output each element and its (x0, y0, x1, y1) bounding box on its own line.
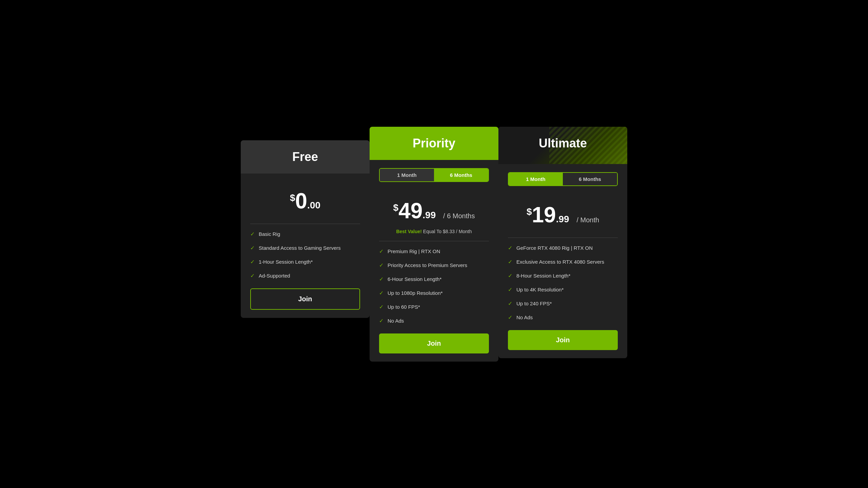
free-price-area: $0.00 (250, 182, 360, 217)
list-item: ✓ No Ads (508, 314, 618, 321)
check-icon: ✓ (379, 276, 383, 282)
ultimate-tab-1month[interactable]: 1 Month (509, 173, 563, 185)
free-price: $0.00 (290, 189, 320, 213)
ultimate-join-button[interactable]: Join (508, 330, 618, 350)
list-item: ✓ Up to 240 FPS* (508, 300, 618, 307)
ultimate-price: $19.99 (527, 203, 575, 227)
priority-tab-selector: 1 Month 6 Months (379, 168, 489, 182)
check-icon: ✓ (379, 304, 383, 310)
priority-price-period: / 6 Months (443, 212, 475, 220)
priority-title: Priority (413, 136, 455, 150)
priority-features-list: ✓ Premium Rig | RTX ON ✓ Priority Access… (379, 248, 489, 324)
ultimate-price-area: $19.99 / Month (508, 196, 618, 231)
check-icon: ✓ (508, 245, 512, 251)
check-icon: ✓ (379, 262, 383, 268)
list-item: ✓ No Ads (379, 318, 489, 324)
priority-join-button[interactable]: Join (379, 333, 489, 353)
priority-price-area: $49.99 / 6 Months (379, 191, 489, 227)
free-body: $0.00 ✓ Basic Rig ✓ Standard Access to G… (241, 174, 370, 318)
ultimate-title: Ultimate (539, 136, 587, 150)
ultimate-tab-selector: 1 Month 6 Months (508, 172, 618, 186)
check-icon: ✓ (508, 286, 512, 293)
list-item: ✓ GeForce RTX 4080 Rig | RTX ON (508, 245, 618, 251)
free-divider (250, 224, 360, 224)
ultimate-features-list: ✓ GeForce RTX 4080 Rig | RTX ON ✓ Exclus… (508, 245, 618, 321)
list-item: ✓ 8-Hour Session Length* (508, 272, 618, 279)
list-item: ✓ Up to 1080p Resolution* (379, 290, 489, 296)
check-icon: ✓ (250, 231, 255, 237)
list-item: ✓ Premium Rig | RTX ON (379, 248, 489, 255)
list-item: ✓ Priority Access to Premium Servers (379, 262, 489, 268)
priority-price: $49.99 (393, 199, 442, 223)
priority-best-value: Best Value! Equal To $8.33 / Month (379, 229, 489, 234)
list-item: ✓ 6-Hour Session Length* (379, 276, 489, 282)
check-icon: ✓ (508, 259, 512, 265)
check-icon: ✓ (379, 248, 383, 255)
list-item: ✓ Exclusive Access to RTX 4080 Servers (508, 259, 618, 265)
card-ultimate: Highest Performance Ultimate 1 Month 6 M… (498, 127, 627, 358)
ultimate-header: Ultimate (498, 127, 627, 164)
free-header: Free (241, 140, 370, 174)
check-icon: ✓ (508, 300, 512, 307)
priority-header: Priority (370, 127, 498, 160)
priority-tab-6months[interactable]: 6 Months (434, 169, 488, 181)
check-icon: ✓ (508, 314, 512, 321)
check-icon: ✓ (379, 318, 383, 324)
priority-divider (379, 241, 489, 241)
priority-body: 1 Month 6 Months $49.99 / 6 Months Best … (370, 160, 498, 362)
card-free: Free $0.00 ✓ Basic Rig ✓ Standard Access… (241, 140, 370, 318)
ultimate-divider (508, 238, 618, 238)
check-icon: ✓ (379, 290, 383, 296)
list-item: ✓ Up to 4K Resolution* (508, 286, 618, 293)
ultimate-price-period: / Month (576, 216, 599, 224)
free-title: Free (292, 150, 318, 164)
ultimate-body: 1 Month 6 Months $19.99 / Month ✓ GeForc… (498, 164, 627, 358)
check-icon: ✓ (250, 245, 255, 251)
list-item: ✓ Standard Access to Gaming Servers (250, 245, 360, 251)
list-item: ✓ 1-Hour Session Length* (250, 259, 360, 265)
check-icon: ✓ (250, 272, 255, 279)
pricing-container: Free $0.00 ✓ Basic Rig ✓ Standard Access… (234, 113, 634, 375)
list-item: ✓ Up to 60 FPS* (379, 304, 489, 310)
list-item: ✓ Ad-Supported (250, 272, 360, 279)
priority-tab-1month[interactable]: 1 Month (380, 169, 434, 181)
check-icon: ✓ (250, 259, 255, 265)
free-features-list: ✓ Basic Rig ✓ Standard Access to Gaming … (250, 231, 360, 279)
free-join-button[interactable]: Join (250, 288, 360, 310)
check-icon: ✓ (508, 272, 512, 279)
card-priority: Priority 1 Month 6 Months $49.99 / 6 Mon… (370, 127, 498, 362)
ultimate-tab-6months[interactable]: 6 Months (563, 173, 617, 185)
list-item: ✓ Basic Rig (250, 231, 360, 237)
